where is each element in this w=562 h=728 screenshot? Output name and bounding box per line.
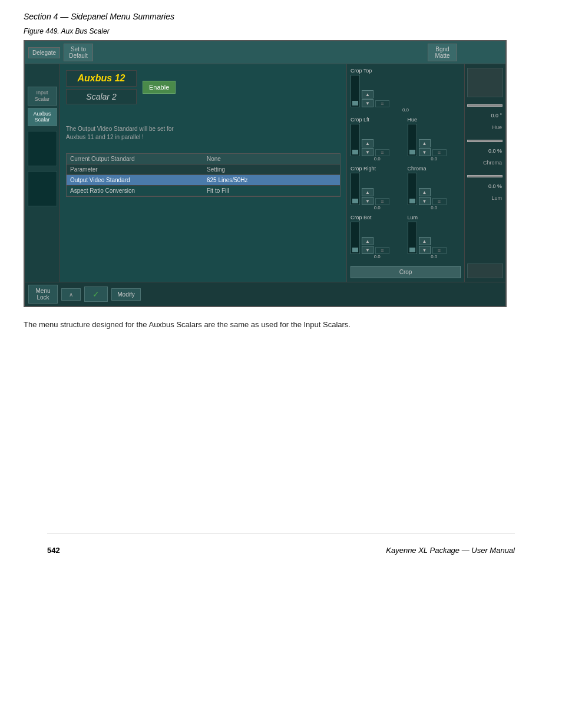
crop-left-eq-icon: ≡: [375, 149, 389, 156]
row2-value: Fit to Fill: [203, 186, 340, 196]
hue-value: 0.0: [408, 156, 461, 162]
lum-down-btn[interactable]: ▼: [419, 246, 431, 254]
row1-value: 625 Lines/50Hz: [203, 175, 340, 185]
far-right-chroma-value: 0.0 %: [467, 147, 503, 155]
lum-eq-icon: ≡: [432, 247, 447, 254]
lum-label: Lum: [408, 215, 418, 220]
table-col1-header: Current Output Standard: [67, 154, 203, 164]
hue-label: Hue: [408, 117, 418, 123]
table-row-1[interactable]: Output Video Standard 625 Lines/50Hz: [67, 175, 340, 186]
info-text: The Output Video Standard will be set fo…: [66, 125, 340, 141]
chroma-up-btn[interactable]: ▲: [419, 188, 431, 196]
crop-left-control: Crop Lft ▲ ▼ ≡ 0.0: [351, 117, 404, 162]
far-right-lum-value: 0.0 %: [467, 182, 503, 190]
crop-bot-up-btn[interactable]: ▲: [362, 237, 373, 245]
crop-left-down-btn[interactable]: ▼: [362, 148, 373, 156]
chroma-control: Chroma ▲ ▼ ≡ 0.0: [408, 166, 461, 210]
chroma-label: Chroma: [408, 166, 427, 172]
section-title: Section 4 — Sidepanel Menu Summaries: [24, 12, 538, 21]
far-right-hue-label: Hue: [467, 123, 503, 131]
crop-right-value: 0.0: [351, 205, 404, 210]
bgnd-matte-button[interactable]: Bgnd Matte: [428, 44, 457, 61]
crop-right-label: Crop Right: [351, 166, 376, 172]
crop-top-label: Crop Top: [351, 68, 372, 74]
right-crop-panel: Crop Top ▲ ▼ ≡ 0.0: [346, 64, 464, 282]
hue-down-btn[interactable]: ▼: [419, 148, 431, 156]
chroma-value: 0.0: [408, 205, 461, 210]
crop-bot-label: Crop Bot: [351, 215, 372, 220]
scalar-name-label: Scalar 2: [66, 89, 137, 104]
crop-right-down-btn[interactable]: ▼: [362, 197, 373, 205]
far-right-hue-bar: [467, 104, 503, 107]
hue-up-btn[interactable]: ▲: [419, 139, 431, 147]
crop-top-eq-icon: ≡: [375, 100, 389, 107]
set-default-button[interactable]: Set to Default: [64, 44, 93, 61]
enable-button[interactable]: Enable: [143, 81, 176, 94]
crop-bot-control: Crop Bot ▲ ▼ ≡ 0.0: [351, 215, 404, 259]
table-col2-header: None: [203, 154, 340, 164]
top-toolbar: Delegate Set to Default Bgnd Matte: [25, 41, 505, 64]
manual-title: Kayenne XL Package — User Manual: [386, 546, 515, 555]
modify-button[interactable]: Modify: [111, 288, 141, 301]
param-col-header: Parameter: [67, 164, 203, 174]
lum-up-btn[interactable]: ▲: [419, 237, 431, 245]
crop-button[interactable]: Crop: [351, 266, 461, 278]
crop-top-value: 0.0: [351, 107, 461, 113]
menu-lock-button[interactable]: Menu Lock: [28, 285, 58, 304]
table-row-2[interactable]: Aspect Ratio Conversion Fit to Fill: [67, 186, 340, 196]
crop-left-label: Crop Lft: [351, 117, 369, 123]
crop-top-control: Crop Top ▲ ▼ ≡ 0.0: [351, 68, 461, 113]
crop-right-up-btn[interactable]: ▲: [362, 188, 373, 196]
lum-value: 0.0: [408, 254, 461, 259]
delegate-button[interactable]: Delegate: [28, 47, 60, 58]
up-button[interactable]: ∧: [61, 288, 81, 301]
crop-bot-down-btn[interactable]: ▼: [362, 246, 373, 254]
row2-label: Aspect Ratio Conversion: [67, 186, 203, 196]
crop-left-value: 0.0: [351, 156, 404, 162]
setting-col-header: Setting: [203, 164, 340, 174]
crop-left-up-btn[interactable]: ▲: [362, 139, 373, 147]
crop-top-down-btn[interactable]: ▼: [362, 99, 373, 107]
sidebar-input-scalar[interactable]: Input Scalar: [28, 87, 57, 106]
crop-top-up-btn[interactable]: ▲: [362, 90, 373, 98]
crop-bot-value: 0.0: [351, 254, 404, 259]
check-button[interactable]: ✓: [84, 286, 108, 302]
crop-bot-eq-icon: ≡: [375, 247, 389, 254]
auxbus-name-label: Auxbus 12: [66, 70, 137, 87]
parameter-table: Current Output Standard None Parameter S…: [66, 153, 340, 197]
page-footer: 542 Kayenne XL Package — User Manual: [47, 533, 515, 555]
center-content: Auxbus 12 Scalar 2 Enable The Output Vid…: [60, 64, 346, 282]
far-right-lum-bar: [467, 175, 503, 177]
far-right-chroma-bar: [467, 140, 503, 142]
far-right-lum-label: Lum: [467, 194, 503, 202]
hue-control: Hue ▲ ▼ ≡ 0.0: [408, 117, 461, 162]
page-number: 542: [47, 546, 60, 555]
sidebar-auxbus-scalar[interactable]: Auxbus Scalar: [28, 108, 57, 127]
far-right-hue-value: 0.0 °: [467, 111, 503, 120]
lum-control: Lum ▲ ▼ ≡ 0.0: [408, 215, 461, 259]
chroma-eq-icon: ≡: [432, 198, 447, 205]
left-sidebar: Input Scalar Auxbus Scalar: [25, 64, 60, 282]
body-text: The menu structure designed for the Auxb…: [24, 319, 406, 331]
far-right-chroma-label: Chroma: [467, 159, 503, 167]
hue-eq-icon: ≡: [432, 149, 447, 156]
chroma-down-btn[interactable]: ▼: [419, 197, 431, 205]
figure-caption: Figure 449. Aux Bus Scaler: [24, 27, 538, 35]
row1-label: Output Video Standard: [67, 175, 203, 185]
bottom-toolbar: Menu Lock ∧ ✓ Modify: [25, 282, 505, 306]
far-right-panel: 0.0 ° Hue 0.0 % Chroma 0.0 % Lum: [464, 64, 505, 282]
crop-right-eq-icon: ≡: [375, 198, 389, 205]
crop-right-control: Crop Right ▲ ▼ ≡ 0.0: [351, 166, 404, 210]
ui-panel: Delegate Set to Default Bgnd Matte Input…: [24, 40, 507, 307]
